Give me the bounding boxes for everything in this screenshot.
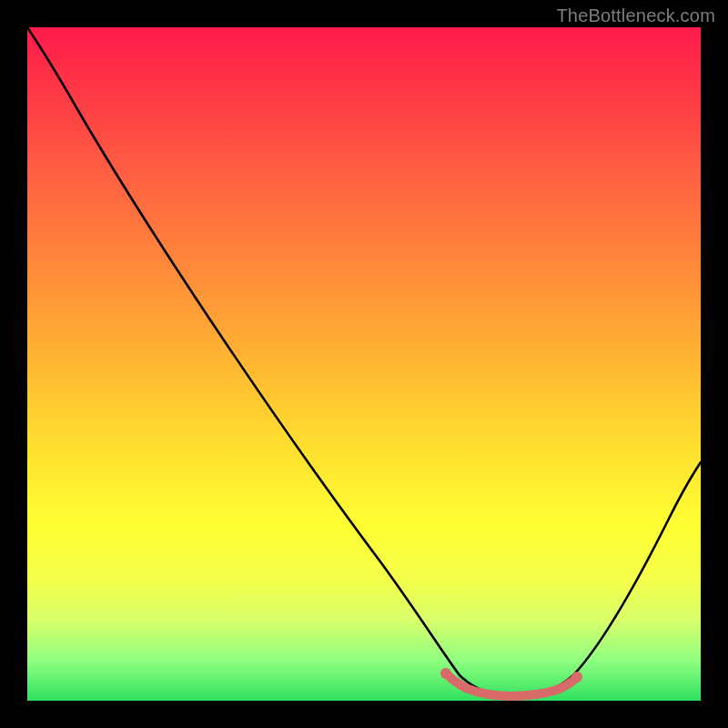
watermark-text: TheBottleneck.com [556, 5, 715, 26]
plot-area [27, 27, 701, 701]
optimal-band [446, 673, 577, 696]
chart-container: TheBottleneck.com [0, 0, 728, 728]
bottleneck-curve [27, 27, 701, 696]
optimal-band-start-dot [440, 668, 451, 679]
curve-layer [27, 27, 701, 701]
optimal-band-end-dot [571, 672, 582, 682]
